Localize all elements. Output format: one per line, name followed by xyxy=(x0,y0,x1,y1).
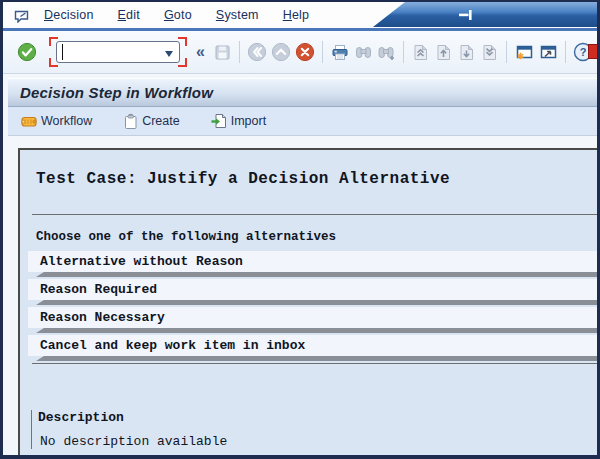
first-page-icon[interactable] xyxy=(411,43,430,62)
alternative-option-3[interactable]: Reason Necessary xyxy=(28,307,597,328)
exit-icon[interactable] xyxy=(271,42,291,62)
command-field[interactable] xyxy=(56,41,180,63)
bar-shadow xyxy=(36,272,597,277)
system-menu-icon[interactable] xyxy=(13,8,30,23)
clipboard-icon xyxy=(122,112,139,130)
previous-page-icon[interactable] xyxy=(434,43,453,62)
toolbar-separator xyxy=(322,41,323,63)
new-session-icon[interactable] xyxy=(514,43,534,62)
bar-shadow xyxy=(36,300,597,305)
toolbar-separator xyxy=(565,41,566,63)
clipped-toolbar-icon xyxy=(588,44,597,59)
dock-pin-icon[interactable] xyxy=(459,9,474,21)
create-shortcut-icon[interactable] xyxy=(538,43,558,62)
svg-text:?: ? xyxy=(580,46,587,58)
import-button[interactable]: Import xyxy=(210,112,266,130)
decision-content: Test Case: Justify a Decision Alternativ… xyxy=(18,148,597,455)
menu-decision[interactable]: Decision xyxy=(44,8,94,22)
workflow-button-label: Workflow xyxy=(41,114,92,128)
screen-title-bar: Decision Step in Workflow xyxy=(8,78,597,107)
separator-line xyxy=(32,214,597,215)
collapse-icon[interactable]: « xyxy=(196,44,205,60)
create-button[interactable]: Create xyxy=(122,112,180,130)
alternative-option-1[interactable]: Alternative without Reason xyxy=(28,251,597,272)
menu-system[interactable]: System xyxy=(216,8,259,22)
import-button-label: Import xyxy=(231,114,266,128)
command-input[interactable] xyxy=(62,44,158,60)
separator-line xyxy=(32,363,597,364)
command-field-highlight xyxy=(49,37,187,67)
window-accent-band xyxy=(373,2,597,27)
next-page-icon[interactable] xyxy=(457,43,476,62)
workflow-button[interactable]: Workflow xyxy=(20,113,92,130)
menu-bar: Decision Edit Goto System Help xyxy=(3,2,597,28)
enter-icon[interactable] xyxy=(17,42,37,62)
screen-title: Decision Step in Workflow xyxy=(20,84,213,101)
create-button-label: Create xyxy=(142,114,180,128)
description-section: Description No description available xyxy=(31,410,597,449)
sap-gui-window: Decision Edit Goto System Help xyxy=(0,0,600,459)
description-heading: Description xyxy=(38,410,597,425)
menu-help[interactable]: Help xyxy=(283,8,310,22)
menu-goto[interactable]: Goto xyxy=(164,8,192,22)
workflow-scroll-icon xyxy=(20,113,38,130)
application-toolbar: Workflow Create Import xyxy=(8,107,597,136)
find-next-icon[interactable] xyxy=(377,43,396,62)
alternative-option-4[interactable]: Cancel and keep work item in inbox xyxy=(28,335,597,356)
standard-toolbar: « xyxy=(3,31,597,74)
task-title: Test Case: Justify a Decision Alternativ… xyxy=(36,170,597,188)
menu-edit[interactable]: Edit xyxy=(118,8,140,22)
toolbar-separator xyxy=(403,41,404,63)
description-text: No description available xyxy=(38,434,597,449)
dropdown-arrow-icon[interactable] xyxy=(165,51,173,57)
last-page-icon[interactable] xyxy=(480,43,499,62)
print-icon[interactable] xyxy=(330,43,350,62)
find-icon[interactable] xyxy=(354,43,373,62)
import-document-icon xyxy=(210,112,228,130)
toolbar-separator xyxy=(506,41,507,63)
bar-shadow xyxy=(36,328,597,333)
bar-shadow xyxy=(36,356,597,361)
toolbar-separator xyxy=(239,41,240,63)
save-icon[interactable] xyxy=(213,43,232,62)
alternatives-list: Alternative without Reason Reason Requir… xyxy=(28,251,597,361)
choose-prompt: Choose one of the following alternatives xyxy=(36,230,597,244)
cancel-icon[interactable] xyxy=(295,42,315,62)
back-icon[interactable] xyxy=(247,42,267,62)
alternative-option-2[interactable]: Reason Required xyxy=(28,279,597,300)
